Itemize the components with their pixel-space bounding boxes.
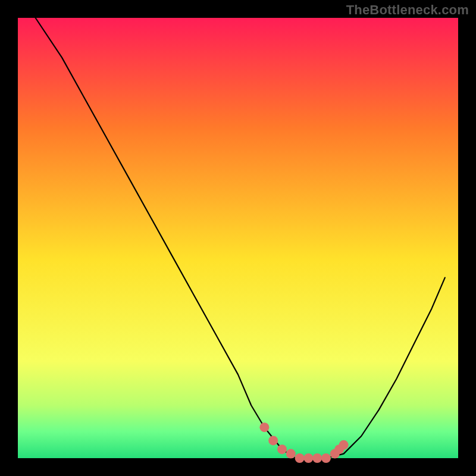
- optimal-dot: [259, 422, 269, 432]
- optimal-dot: [286, 449, 296, 459]
- optimal-dot: [303, 453, 313, 463]
- optimal-dot: [277, 444, 287, 454]
- optimal-dot: [312, 453, 322, 463]
- watermark-text: TheBottleneck.com: [346, 2, 469, 18]
- chart-stage: TheBottleneck.com: [0, 0, 476, 476]
- optimal-dot: [339, 440, 349, 450]
- bottleneck-chart: [0, 0, 476, 476]
- gradient-background: [18, 18, 458, 458]
- optimal-dot: [295, 453, 305, 463]
- optimal-dot: [268, 436, 278, 445]
- optimal-dot: [321, 453, 331, 463]
